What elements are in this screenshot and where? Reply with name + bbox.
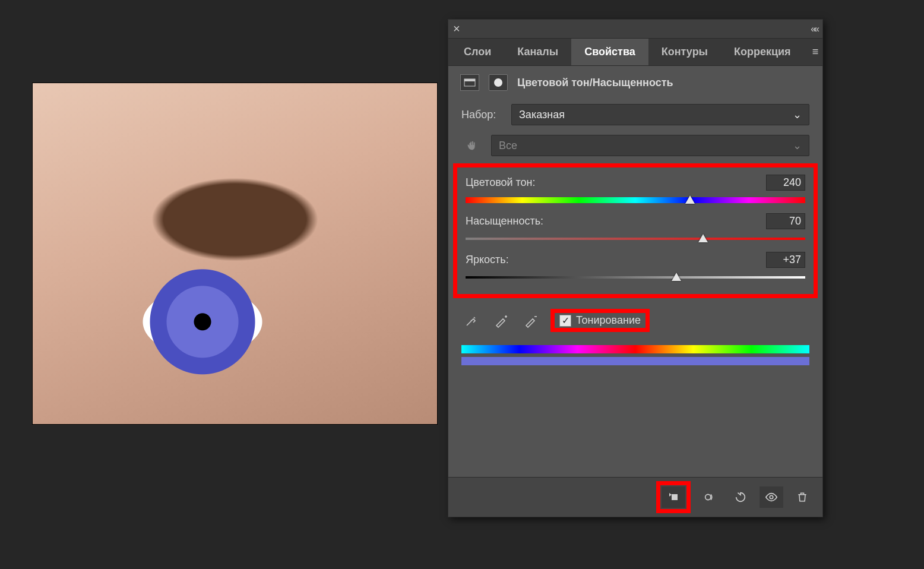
eyedropper-subtract-icon[interactable] [521, 311, 541, 331]
delete-button[interactable] [790, 486, 814, 508]
saturation-track[interactable] [466, 235, 805, 242]
svg-point-2 [494, 78, 502, 87]
color-range-select: Все ⌄ [491, 135, 809, 156]
eyedropper-row: ✓ Тонирование [448, 301, 822, 343]
reset-button[interactable] [729, 486, 752, 508]
lightness-track[interactable] [466, 274, 805, 281]
preset-select[interactable]: Заказная ⌄ [511, 104, 809, 125]
colorize-label: Тонирование [576, 314, 641, 327]
hue-track[interactable] [466, 197, 805, 204]
previous-state-button[interactable] [698, 486, 722, 508]
colorize-checkbox[interactable]: ✓ [559, 315, 571, 327]
spectrum-input [461, 345, 809, 353]
eyedropper-add-icon[interactable] [491, 311, 511, 331]
clip-to-layer-highlight [656, 481, 691, 513]
preset-row: Набор: Заказная ⌄ [448, 99, 822, 130]
svg-rect-3 [672, 494, 678, 500]
color-range-row: Все ⌄ [448, 130, 822, 161]
lightness-label: Яркость: [466, 254, 509, 266]
adjustment-title: Цветовой тон/Насыщенность [517, 77, 673, 89]
properties-panel: × «« Слои Каналы Свойства Контуры Коррек… [448, 19, 823, 517]
tab-paths[interactable]: Контуры [648, 39, 721, 65]
preset-label: Набор: [461, 109, 503, 121]
eyedropper-icon[interactable] [461, 311, 482, 331]
layer-mask-icon [489, 74, 508, 91]
collapse-icon[interactable]: «« [811, 24, 818, 34]
hue-label: Цветовой тон: [466, 176, 536, 189]
lightness-thumb[interactable] [672, 273, 681, 281]
panel-footer [448, 477, 822, 517]
saturation-label: Насыщенность: [466, 215, 543, 227]
sliders-highlight: Цветовой тон: Насыщенность: Яркость: [453, 163, 818, 298]
panel-header: × «« [448, 20, 822, 39]
close-icon[interactable]: × [453, 22, 460, 36]
hue-thumb[interactable] [685, 195, 695, 204]
svg-point-4 [705, 494, 711, 500]
lightness-input[interactable] [766, 252, 805, 268]
targeted-adjustment-icon[interactable] [461, 139, 483, 152]
panel-menu-icon[interactable]: ≡ [804, 46, 827, 58]
svg-rect-1 [464, 79, 475, 81]
clip-to-layer-button[interactable] [662, 486, 685, 508]
tab-bar: Слои Каналы Свойства Контуры Коррекция ≡ [448, 39, 822, 66]
saturation-input[interactable] [766, 213, 805, 229]
hue-input[interactable] [766, 175, 805, 191]
hue-saturation-icon [460, 74, 479, 91]
tab-channels[interactable]: Каналы [504, 39, 571, 65]
tab-properties[interactable]: Свойства [571, 39, 648, 65]
document-canvas[interactable] [33, 83, 437, 424]
color-range-value: Все [499, 140, 517, 152]
color-spectrum [461, 345, 809, 365]
tab-layers[interactable]: Слои [451, 39, 504, 65]
saturation-slider: Насыщенность: [462, 210, 809, 248]
colorize-highlight: ✓ Тонирование [550, 309, 650, 332]
toggle-visibility-button[interactable] [760, 486, 783, 508]
chevron-down-icon: ⌄ [793, 108, 802, 121]
svg-point-5 [770, 495, 773, 499]
saturation-thumb[interactable] [698, 234, 708, 242]
preset-value: Заказная [519, 109, 565, 121]
hue-slider: Цветовой тон: [462, 171, 809, 210]
lightness-slider: Яркость: [462, 248, 809, 287]
adjustment-header: Цветовой тон/Насыщенность [448, 66, 822, 99]
chevron-down-icon: ⌄ [793, 139, 802, 152]
spectrum-output [461, 357, 809, 365]
tab-adjustments[interactable]: Коррекция [721, 39, 804, 65]
